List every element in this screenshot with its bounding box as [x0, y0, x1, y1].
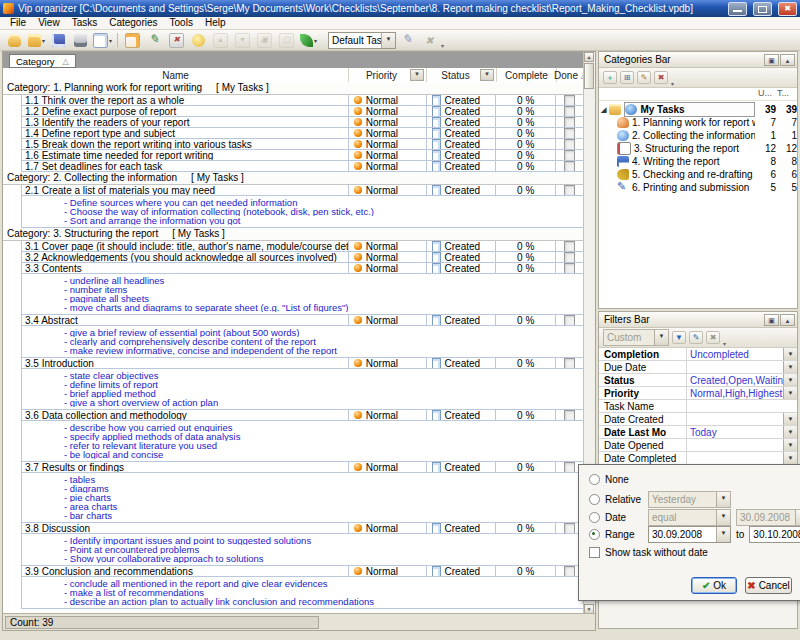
task-layout-combo[interactable]: Default Tas▼	[328, 32, 396, 49]
priority-filter-button[interactable]: ▼	[410, 69, 424, 81]
minimize-button[interactable]	[728, 2, 747, 16]
done-checkbox[interactable]	[564, 95, 575, 105]
tree-category-item[interactable]: 1. Planning work for report writing77	[599, 116, 797, 129]
show-task-without-date-checkbox[interactable]	[589, 547, 600, 558]
menu-view[interactable]: View	[32, 17, 66, 29]
task-row[interactable]: 3.9 Conclusion and recommendationsNormal…	[21, 566, 584, 577]
delete-task-button[interactable]	[166, 31, 187, 50]
filter-dropdown-button[interactable]: ▼	[783, 426, 797, 438]
new-task-button[interactable]	[122, 31, 143, 50]
filter-dropdown-button[interactable]: ▼	[783, 387, 797, 399]
panel-collapse-icon[interactable]: ▴	[780, 54, 795, 66]
toolbar-overflow-icon[interactable]	[441, 33, 448, 47]
filter-row[interactable]: Date Last MoToday▼	[599, 426, 797, 439]
panel-collapse-icon[interactable]: ▴	[780, 314, 795, 326]
done-checkbox[interactable]	[564, 462, 575, 472]
status-filter-button[interactable]: ▼	[480, 69, 494, 81]
category-group-row[interactable]: Category: 3. Structuring the report[ My …	[3, 228, 584, 241]
task-row[interactable]: 2.1 Create a list of materials you may n…	[21, 185, 584, 196]
relative-radio[interactable]	[589, 494, 600, 505]
task-row[interactable]: 3.8 DiscussionNormalCreated0 %	[21, 523, 584, 534]
task-row[interactable]: 1.4 Define report type and subjectNormal…	[21, 128, 584, 139]
filter-dropdown-button[interactable]: ▼	[783, 452, 797, 464]
menu-help[interactable]: Help	[199, 17, 232, 29]
tree-root-my-tasks[interactable]: ◢My Tasks3939	[599, 103, 797, 116]
restore-button[interactable]	[753, 2, 772, 16]
task-row[interactable]: 3.1 Cover page (it should include: title…	[21, 241, 584, 252]
edit-task-button[interactable]	[144, 31, 165, 50]
task-row[interactable]: 3.5 IntroductionNormalCreated0 %	[21, 358, 584, 369]
task-row[interactable]: 1.7 Set deadlines for each taskNormalCre…	[21, 161, 584, 172]
menu-file[interactable]: File	[4, 17, 32, 29]
done-checkbox[interactable]	[564, 566, 575, 576]
edit-category-icon[interactable]	[637, 71, 651, 84]
task-row[interactable]: 3.7 Results or findingsNormalCreated0 %	[21, 462, 584, 473]
new-database-button[interactable]	[4, 31, 25, 50]
dropdown-caret-icon[interactable]: ▾	[314, 37, 317, 44]
open-database-button[interactable]: ▾	[26, 31, 47, 50]
done-checkbox[interactable]	[564, 117, 575, 127]
menu-categories[interactable]: Categories	[103, 17, 163, 29]
scroll-up-button[interactable]: ▲	[584, 52, 594, 62]
filter-row[interactable]: Date Opened▼	[599, 439, 797, 452]
done-checkbox[interactable]	[564, 315, 575, 325]
filter-row[interactable]: Due Date▼	[599, 361, 797, 374]
tree-category-item[interactable]: 3. Structuring the report1212	[599, 142, 797, 155]
dropdown-caret-icon[interactable]: ▾	[109, 37, 112, 44]
filter-row[interactable]: StatusCreated,Open,Waiting,Put On Hold,C…	[599, 374, 797, 387]
task-row[interactable]: 3.6 Data collection and methodologyNorma…	[21, 410, 584, 421]
range-from-combo[interactable]: 30.09.2008▼	[648, 526, 731, 543]
done-checkbox[interactable]	[564, 523, 575, 533]
tree-category-item[interactable]: 2. Collecting the information11	[599, 129, 797, 142]
task-row[interactable]: 1.6 Estimate time needed for report writ…	[21, 150, 584, 161]
cancel-button[interactable]: ✖ Cancel	[745, 577, 792, 594]
tree-category-item[interactable]: 5. Checking and re-drafting the rep66	[599, 168, 797, 181]
done-checkbox[interactable]	[564, 150, 575, 160]
filter-dropdown-button[interactable]: ▼	[783, 361, 797, 373]
done-checkbox[interactable]	[564, 252, 575, 262]
complete-task-button[interactable]	[188, 31, 209, 50]
task-row[interactable]: 3.2 Acknowledgements (you should acknowl…	[21, 252, 584, 263]
filter-dropdown-button[interactable]: ▼	[783, 439, 797, 451]
menu-tasks[interactable]: Tasks	[66, 17, 104, 29]
print-preview-button[interactable]: ▾	[92, 31, 113, 50]
panel-float-icon[interactable]: ▣	[764, 54, 779, 66]
edit-filter-icon[interactable]	[689, 331, 703, 344]
dropdown-caret-icon[interactable]: ▾	[42, 37, 45, 44]
date-radio[interactable]	[589, 512, 600, 523]
toolbar-overflow-icon[interactable]	[723, 331, 730, 345]
toolbar-overflow-icon[interactable]	[671, 71, 678, 85]
task-row[interactable]: 1.1 Think over the report as a wholeNorm…	[21, 95, 584, 106]
done-checkbox[interactable]	[564, 410, 575, 420]
none-radio[interactable]	[589, 474, 600, 485]
filter-dropdown-button[interactable]: ▼	[783, 374, 797, 386]
scroll-thumb[interactable]	[584, 63, 594, 89]
save-button[interactable]	[48, 31, 69, 50]
close-button[interactable]	[778, 2, 797, 16]
task-row[interactable]: 1.2 Define exact purpose of reportNormal…	[21, 106, 584, 117]
category-group-row[interactable]: Category: 1. Planning work for report wr…	[3, 82, 584, 95]
done-checkbox[interactable]	[564, 106, 575, 116]
task-row[interactable]: 3.3 ContentsNormalCreated0 %	[21, 263, 584, 274]
range-to-combo[interactable]: 30.10.2008▼	[749, 526, 800, 543]
category-group-row[interactable]: Category: 2. Collecting the information[…	[3, 172, 584, 185]
expander-icon[interactable]: ◢	[601, 106, 606, 114]
done-checkbox[interactable]	[564, 139, 575, 149]
filter-row[interactable]: Date Created▼	[599, 413, 797, 426]
uncompleted-column[interactable]: U...	[758, 88, 777, 100]
clear-filter-icon[interactable]	[706, 331, 720, 344]
group-by-category-button[interactable]: Category △	[9, 54, 76, 68]
task-row[interactable]: 3.4 AbstractNormalCreated0 %	[21, 315, 584, 326]
filter-row[interactable]: CompletionUncompleted▼	[599, 348, 797, 361]
total-column[interactable]: T...	[777, 88, 796, 100]
range-radio[interactable]	[589, 529, 600, 540]
add-subcategory-icon[interactable]	[620, 71, 634, 84]
clear-layout-button[interactable]	[419, 31, 440, 50]
tree-category-item[interactable]: 6. Printing and submission55	[599, 181, 797, 194]
column-header-name[interactable]: Name	[3, 68, 349, 82]
filter-dropdown-button[interactable]: ▼	[783, 413, 797, 425]
column-header-complete[interactable]: Complete	[497, 68, 557, 82]
menu-tools[interactable]: Tools	[164, 17, 199, 29]
done-checkbox[interactable]	[564, 161, 575, 171]
done-checkbox[interactable]	[564, 263, 575, 273]
